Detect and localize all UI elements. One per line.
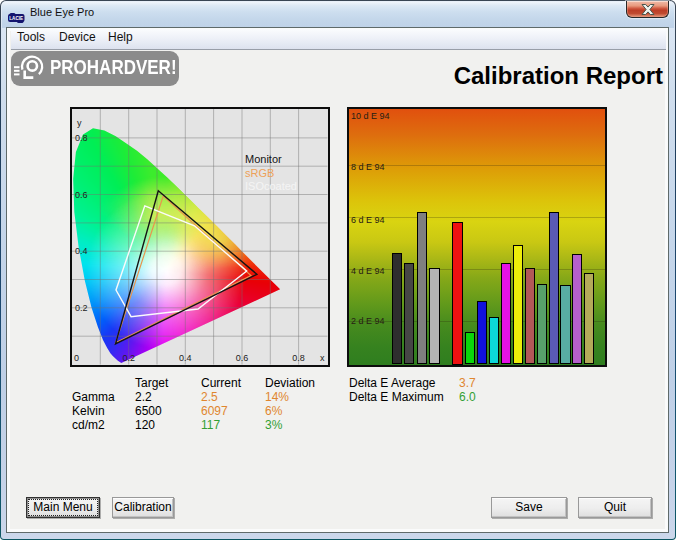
svg-text:0.2: 0.2 (75, 303, 88, 313)
svg-text:0.8: 0.8 (292, 353, 305, 363)
svg-text:ISOcoated: ISOcoated (245, 180, 297, 192)
svg-text:0.4: 0.4 (75, 246, 88, 256)
svg-text:0: 0 (74, 353, 79, 363)
svg-text:0.6: 0.6 (236, 353, 249, 363)
svg-text:0.4: 0.4 (179, 353, 192, 363)
svg-text:LACIE: LACIE (9, 16, 23, 21)
svg-text:0.6: 0.6 (75, 190, 88, 200)
svg-text:x: x (320, 353, 325, 363)
svg-text:Monitor: Monitor (245, 153, 282, 165)
svg-text:sRGB: sRGB (245, 167, 274, 179)
svg-text:0.8: 0.8 (75, 133, 88, 143)
svg-text:y: y (77, 118, 82, 128)
svg-text:0.2: 0.2 (122, 353, 135, 363)
